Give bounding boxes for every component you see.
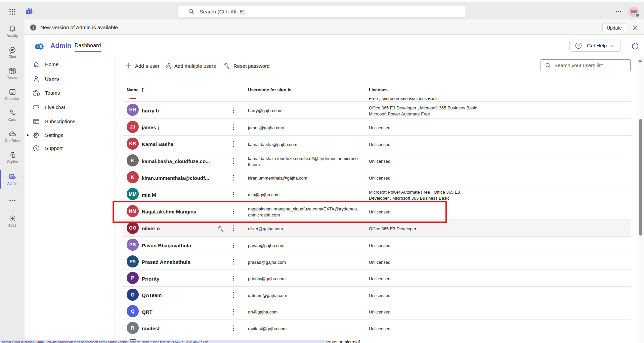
svg-text:T: T	[28, 10, 30, 14]
svg-text:?: ?	[35, 146, 37, 150]
svg-text:A: A	[36, 45, 39, 49]
